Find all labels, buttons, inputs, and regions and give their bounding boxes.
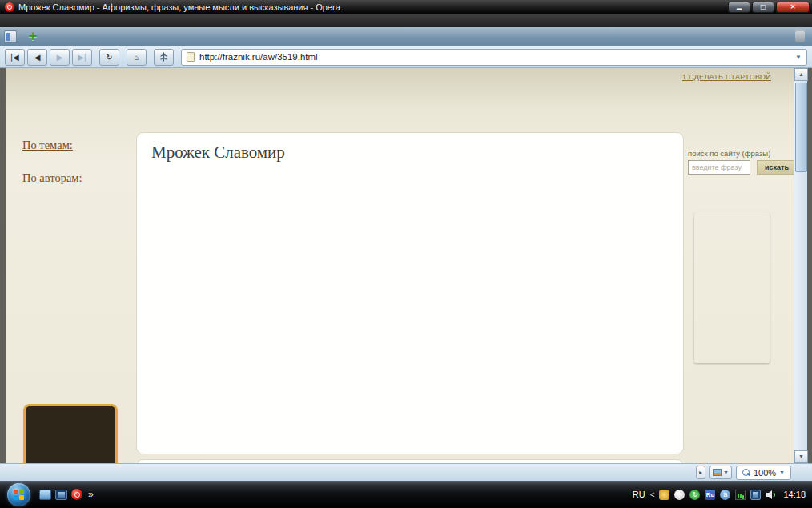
tray-download-icon[interactable] — [659, 490, 669, 500]
caret-down-icon: ▼ — [723, 470, 729, 475]
reload-button[interactable]: ↻ — [99, 49, 119, 66]
quotes-panel: Мрожек Славомир — [136, 132, 684, 454]
scroll-up-icon[interactable]: ▲ — [794, 68, 808, 81]
browser-viewport: 1 СДЕЛАТЬ СТАРТОВОЙ По темам: По авторам… — [0, 68, 812, 463]
tab-bar: + — [0, 27, 812, 46]
caret-down-icon[interactable]: ▼ — [779, 470, 785, 475]
flip3d-icon[interactable] — [55, 490, 67, 500]
next-content-box — [136, 459, 684, 463]
minimize-button[interactable]: ▂ — [728, 2, 750, 13]
opera-quicklaunch-icon[interactable] — [71, 489, 82, 500]
images-toggle-button[interactable]: ▼ — [709, 466, 732, 479]
fast-forward-button[interactable]: ▶| — [72, 49, 92, 66]
close-button[interactable]: ✕ — [776, 2, 810, 13]
closed-tabs-trash-icon[interactable] — [795, 31, 805, 42]
tray-network-icon[interactable] — [750, 490, 761, 500]
panel-toggle-button[interactable]: ▸ — [696, 466, 705, 479]
forward-button[interactable]: ▶ — [50, 49, 70, 66]
ad-banner[interactable] — [694, 212, 770, 363]
blocks-game-widget[interactable] — [23, 404, 118, 463]
new-tab-button[interactable]: + — [25, 29, 41, 45]
magnifier-icon — [742, 469, 750, 477]
topics-title[interactable]: По темам: — [22, 139, 136, 152]
address-bar: |◀ ◀ ▶ ▶| ↻ ⌂ http://fraznik.ru/aw/3519.… — [0, 46, 812, 68]
opera-icon — [5, 2, 14, 12]
window-title: Мрожек Славомир - Афоризмы, фразы, умные… — [18, 2, 728, 12]
home-button[interactable]: ⌂ — [127, 49, 147, 66]
taskbar: » RU < ↻ Ru a 14:18 — [0, 481, 812, 508]
tray-agent-icon[interactable]: a — [720, 490, 730, 500]
scroll-down-icon[interactable]: ▼ — [794, 450, 808, 463]
panels-toggle-icon[interactable] — [4, 30, 17, 43]
sidebar: По темам: По авторам: — [22, 139, 136, 192]
page-doc-icon — [187, 52, 195, 62]
screen: Мрожек Славомир - Афоризмы, фразы, умные… — [0, 0, 812, 508]
start-button[interactable] — [7, 483, 30, 506]
show-desktop-icon[interactable] — [39, 490, 51, 500]
quicklaunch-overflow-chevron[interactable]: » — [86, 489, 95, 500]
search-label: поиск по сайту (фразы) — [688, 149, 770, 158]
url-dropdown-icon[interactable]: ▼ — [795, 54, 802, 61]
zoom-level: 100% — [754, 468, 776, 478]
search-button[interactable]: искать — [757, 160, 797, 175]
maximize-button[interactable]: ▢ — [752, 2, 774, 13]
windows-logo-icon — [14, 490, 24, 500]
url-field[interactable]: http://fraznik.ru/aw/3519.html ▼ — [181, 49, 807, 66]
status-bar: ▸ ▼ 100% ▼ — [0, 463, 812, 481]
scrollbar-thumb[interactable] — [795, 83, 807, 172]
url-text: http://fraznik.ru/aw/3519.html — [199, 52, 318, 62]
clock: 14:18 — [783, 490, 806, 499]
wand-button[interactable] — [154, 49, 174, 66]
window-titlebar: Мрожек Славомир - Афоризмы, фразы, умные… — [0, 0, 812, 14]
window-controls: ▂ ▢ ✕ — [728, 2, 810, 13]
search-input[interactable] — [688, 160, 750, 175]
language-indicator[interactable]: RU — [633, 490, 645, 499]
tray-punto-icon[interactable]: Ru — [705, 490, 715, 500]
scrollbar[interactable]: ▲ ▼ — [794, 68, 807, 463]
make-start-link[interactable]: 1 СДЕЛАТЬ СТАРТОВОЙ — [682, 73, 771, 81]
tray-chevron-icon[interactable]: < — [650, 490, 655, 499]
page-title: Мрожек Славомир — [151, 143, 669, 163]
image-icon — [713, 469, 722, 476]
wand-icon — [160, 52, 167, 62]
tray-update-icon[interactable]: ↻ — [689, 490, 700, 500]
webpage: 1 СДЕЛАТЬ СТАРТОВОЙ По темам: По авторам… — [6, 68, 794, 463]
menu-bar — [0, 14, 812, 27]
tray-messenger-icon[interactable] — [674, 490, 685, 500]
tray-activity-icon[interactable] — [735, 490, 746, 500]
authors-title[interactable]: По авторам: — [22, 171, 136, 185]
volume-icon[interactable] — [766, 490, 777, 500]
system-tray: RU < ↻ Ru a 14:18 — [633, 490, 812, 500]
zoom-control[interactable]: 100% ▼ — [736, 466, 791, 480]
rewind-button[interactable]: |◀ — [5, 49, 25, 66]
back-button[interactable]: ◀ — [27, 49, 47, 66]
